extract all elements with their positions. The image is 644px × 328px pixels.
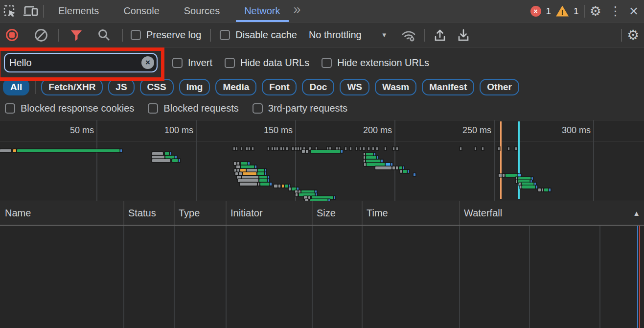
column-header-initiator[interactable]: Initiator (230, 201, 263, 225)
filter-chip-media[interactable]: Media (215, 79, 256, 95)
waterfall-bar (236, 165, 240, 168)
filter-chip-fetch-xhr[interactable]: Fetch/XHR (41, 79, 103, 95)
waterfall-bar (237, 176, 241, 179)
waterfall-bar (278, 185, 280, 187)
waterfall-bar (255, 165, 256, 168)
column-header-size[interactable]: Size (317, 201, 336, 225)
tab-console[interactable]: Console (111, 0, 171, 22)
column-divider[interactable] (174, 201, 175, 225)
hide-data-urls-checkbox[interactable]: Hide data URLs (225, 57, 309, 69)
throttling-dropdown[interactable]: No throttling ▼ (309, 29, 388, 41)
clear-filter-icon[interactable]: × (141, 56, 154, 69)
filter-chip-font[interactable]: Font (262, 79, 297, 95)
toolbar-divider (58, 29, 59, 42)
export-har-button[interactable] (453, 25, 474, 45)
waterfall-bar (241, 165, 254, 168)
filter-chip-other[interactable]: Other (480, 79, 519, 95)
filter-chip-js[interactable]: JS (108, 79, 134, 95)
hide-extension-urls-checkbox[interactable]: Hide extension URLs (322, 57, 429, 69)
inspect-cursor-icon (3, 5, 17, 18)
column-divider[interactable] (123, 226, 124, 328)
ruler-label: 50 ms (45, 125, 94, 136)
tab-network[interactable]: Network (232, 0, 292, 22)
column-divider[interactable] (226, 226, 227, 328)
waterfall-bar (311, 150, 341, 153)
overview-tick (475, 147, 476, 150)
waterfall-bar (240, 169, 246, 172)
search-icon (97, 28, 111, 42)
column-divider[interactable] (226, 201, 227, 225)
overview-tick (376, 147, 378, 150)
preserve-log-label: Preserve log (146, 29, 201, 41)
checkbox-box (322, 58, 332, 68)
network-toolbar: Preserve log Disable cache No throttling… (0, 23, 644, 48)
waterfall-bar (152, 159, 170, 162)
filter-chip-img[interactable]: Img (179, 79, 210, 95)
waterfall-bar (170, 152, 171, 155)
waterfall-bar (258, 169, 264, 172)
3rd-party-requests-checkbox[interactable]: 3rd-party requests (253, 103, 347, 114)
filter-chip-css[interactable]: CSS (140, 79, 174, 95)
tabbar-tabs: ElementsConsoleSourcesNetwork (46, 0, 293, 22)
column-header-name[interactable]: Name (5, 201, 31, 225)
overview-tick (246, 147, 248, 150)
filter-chip-ws[interactable]: WS (340, 79, 369, 95)
preserve-log-checkbox[interactable]: Preserve log (131, 29, 201, 41)
filter-chip-doc[interactable]: Doc (302, 79, 334, 95)
more-tabs-button[interactable]: » (293, 2, 305, 20)
column-divider[interactable] (362, 201, 363, 225)
waterfall-bar (239, 172, 242, 175)
invert-checkbox[interactable]: Invert (172, 57, 212, 69)
overview-tick (393, 147, 394, 150)
settings-gear-icon[interactable]: ⚙ (590, 3, 601, 19)
column-header-status[interactable]: Status (128, 201, 156, 225)
close-devtools-icon[interactable]: × (629, 2, 638, 20)
ruler-label: 200 ms (343, 125, 392, 136)
filter-text-input[interactable] (4, 53, 158, 72)
column-header-type[interactable]: Type (179, 201, 200, 225)
chips-divider (35, 80, 36, 94)
warning-badge-icon[interactable]: ! (556, 6, 569, 17)
disable-cache-checkbox[interactable]: Disable cache (220, 29, 297, 41)
tab-elements[interactable]: Elements (46, 0, 111, 22)
blocked-response-cookies-checkbox[interactable]: Blocked response cookies (5, 103, 134, 114)
error-badge-icon[interactable]: × (530, 6, 541, 17)
column-header-waterfall[interactable]: Waterfall (464, 201, 502, 225)
requests-table-body[interactable] (0, 226, 644, 328)
filter-chip-manifest[interactable]: Manifest (422, 79, 474, 95)
overview-tick (252, 147, 253, 150)
load-line (518, 121, 520, 199)
column-divider[interactable] (123, 201, 124, 225)
waterfall-bar (289, 187, 291, 190)
sort-ascending-icon[interactable]: ▲ (633, 209, 640, 217)
network-conditions-button[interactable] (398, 25, 419, 45)
column-divider[interactable] (459, 201, 460, 225)
import-har-button[interactable] (430, 25, 450, 45)
column-divider[interactable] (312, 201, 313, 225)
clear-icon (34, 28, 48, 43)
column-divider[interactable] (174, 226, 175, 328)
blocked-response-cookies-label: Blocked response cookies (21, 103, 134, 114)
column-header-time[interactable]: Time (367, 201, 388, 225)
waterfall-bar (165, 156, 175, 159)
hide-extension-urls-label: Hide extension URLs (337, 57, 429, 69)
filter-toggle-button[interactable] (66, 25, 87, 45)
overview-tick (372, 147, 374, 150)
waterfall-bar (375, 166, 391, 169)
blocked-requests-checkbox[interactable]: Blocked requests (148, 103, 238, 114)
column-divider[interactable] (362, 226, 363, 328)
network-settings-gear-icon[interactable]: ⚙ (627, 27, 639, 43)
waterfall-bar (265, 169, 266, 172)
filter-chip-wasm[interactable]: Wasm (375, 79, 416, 95)
inspect-element-button[interactable] (0, 1, 21, 21)
column-divider[interactable] (459, 226, 460, 328)
tab-sources[interactable]: Sources (172, 0, 232, 22)
column-divider[interactable] (312, 226, 313, 328)
record-network-log-button[interactable] (6, 29, 18, 41)
clear-network-log-button[interactable] (31, 25, 51, 45)
filter-chip-all[interactable]: All (3, 79, 29, 95)
search-button[interactable] (93, 25, 114, 45)
network-overview[interactable]: 50 ms100 ms150 ms200 ms250 ms300 ms (0, 120, 644, 201)
kebab-menu-icon[interactable]: ⋮ (606, 4, 624, 18)
device-toolbar-button[interactable] (21, 1, 41, 21)
